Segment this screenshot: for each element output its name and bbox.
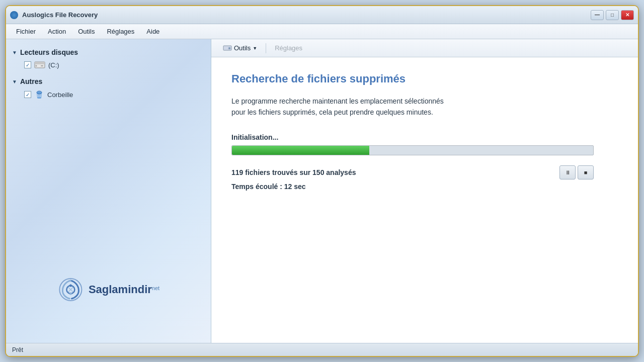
disk-toggle-icon: ▼: [12, 50, 17, 55]
disk-c-label: (C:): [48, 61, 59, 69]
control-buttons: ⏸ ■: [559, 165, 594, 179]
menu-reglages[interactable]: Réglages: [101, 26, 140, 37]
progress-label: Initialisation...: [231, 133, 618, 141]
toolbar-outils-label: Outils: [234, 44, 251, 52]
disk-c-item[interactable]: ✓ (C:): [6, 58, 211, 71]
window-title: Auslogics File Recovery: [22, 11, 98, 19]
time-text: Temps écoulé : 12 sec: [231, 183, 618, 191]
search-description: Le programme recherche maintenant les em…: [231, 96, 584, 118]
toolbar-outils-button[interactable]: Outils ▼: [217, 42, 263, 54]
others-section-header[interactable]: ▼ Autres: [6, 75, 211, 87]
recycle-bin-icon: [34, 89, 44, 100]
disk-section: ▼ Lecteurs disques ✓ (C:): [6, 44, 211, 73]
disk-section-header[interactable]: ▼ Lecteurs disques: [6, 46, 211, 58]
search-title: Recherche de fichiers supprimés: [231, 72, 618, 85]
content-area: Outils ▼ Réglages Recherche de fichiers …: [211, 39, 638, 343]
svg-point-12: [229, 47, 230, 48]
svg-point-8: [69, 285, 71, 287]
close-button[interactable]: ✕: [621, 10, 634, 20]
menu-action[interactable]: Action: [42, 26, 72, 37]
content-body: Recherche de fichiers supprimés Le progr…: [211, 57, 638, 343]
sidebar: ▼ Lecteurs disques ✓ (C:): [6, 39, 211, 343]
outils-toolbar-icon: [223, 45, 232, 52]
description-line1: Le programme recherche maintenant les em…: [231, 97, 444, 105]
others-section-label: Autres: [20, 77, 42, 85]
description-line2: pour les fichiers supprimés, cela peut p…: [231, 108, 433, 116]
menu-bar: Fichier Action Outils Réglages Aide: [6, 24, 638, 39]
title-bar: Auslogics File Recovery — □ ✕: [6, 6, 638, 24]
title-bar-buttons: — □ ✕: [591, 10, 634, 20]
svg-point-3: [36, 65, 37, 67]
logo-text-net: net: [152, 285, 159, 291]
files-found-text: 119 fichiers trouvés sur 150 analysés: [231, 168, 356, 176]
logo-text-main: Saglamindir: [89, 283, 152, 296]
menu-fichier[interactable]: Fichier: [10, 26, 42, 37]
recycle-bin-checkbox[interactable]: ✓: [24, 91, 31, 98]
recycle-bin-label: Corbeille: [47, 91, 73, 99]
drive-icon: [34, 60, 45, 69]
others-toggle-icon: ▼: [12, 79, 17, 84]
progress-bar-fill: [232, 146, 369, 155]
recycle-bin-item[interactable]: ✓ Corbeille: [6, 87, 211, 102]
svg-point-9: [69, 293, 71, 295]
stats-row: 119 fichiers trouvés sur 150 analysés ⏸ …: [231, 165, 594, 179]
app-icon: [10, 11, 18, 19]
title-bar-left: Auslogics File Recovery: [10, 11, 98, 19]
logo-area: Saglamindirnet: [57, 277, 159, 303]
svg-rect-2: [41, 65, 43, 66]
maximize-button[interactable]: □: [606, 10, 619, 20]
disk-section-label: Lecteurs disques: [20, 48, 78, 56]
disk-c-checkbox[interactable]: ✓: [24, 61, 31, 68]
progress-bar-container: [231, 145, 594, 155]
toolbar-reglages-label: Réglages: [275, 44, 302, 52]
menu-aide[interactable]: Aide: [140, 26, 166, 37]
logo-text-container: Saglamindirnet: [89, 283, 159, 296]
pause-button[interactable]: ⏸: [559, 165, 576, 179]
status-bar: Prêt: [6, 343, 638, 356]
saglamindir-logo-graphic: [57, 277, 84, 303]
main-area: ▼ Lecteurs disques ✓ (C:): [6, 39, 638, 343]
content-toolbar: Outils ▼ Réglages: [211, 39, 638, 57]
svg-rect-1: [35, 62, 45, 64]
menu-outils[interactable]: Outils: [72, 26, 101, 37]
stop-button[interactable]: ■: [578, 165, 594, 179]
others-section: ▼ Autres ✓ Corbeille: [6, 73, 211, 104]
toolbar-reglages-button[interactable]: Réglages: [269, 42, 308, 54]
toolbar-separator: [266, 43, 266, 53]
status-text: Prêt: [12, 346, 23, 353]
toolbar-dropdown-icon: ▼: [253, 46, 257, 51]
minimize-button[interactable]: —: [591, 10, 604, 20]
main-window: Auslogics File Recovery — □ ✕ Fichier Ac…: [5, 5, 639, 357]
